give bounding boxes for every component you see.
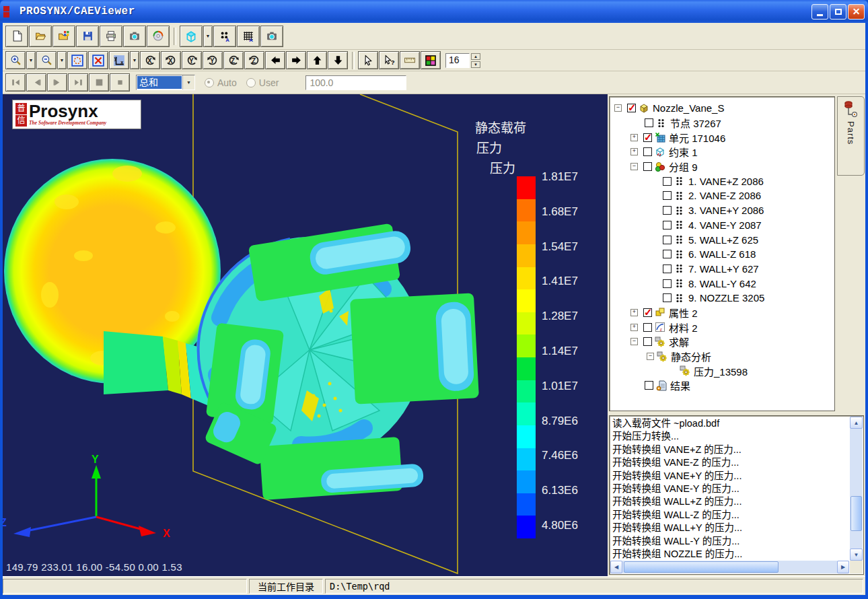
axis-orientation-button[interactable]: yx xyxy=(109,51,129,69)
tree-item-label[interactable]: 材料 2 xyxy=(669,320,698,334)
tree-row-group-child[interactable]: 4. VANE-Y 2087 xyxy=(610,218,834,233)
snapshot-button[interactable] xyxy=(123,26,146,47)
tree-item-label[interactable]: 3. VANE+Y 2086 xyxy=(688,205,764,216)
scroll-down-icon[interactable]: ▼ xyxy=(850,549,863,561)
tree-checkbox[interactable] xyxy=(663,250,672,258)
tree-row-group-child[interactable]: 3. VANE+Y 2086 xyxy=(610,203,834,218)
spin-up-button[interactable]: ▲ xyxy=(471,53,480,60)
tree-row-group-child[interactable]: 7. WALL+Y 627 xyxy=(610,262,834,277)
contour-levels-value[interactable]: 16 xyxy=(445,53,470,68)
rotate-x-neg-button[interactable]: X xyxy=(140,51,160,69)
tree-item-label[interactable]: 1. VANE+Z 2086 xyxy=(688,176,764,187)
zoom-in-dropdown[interactable]: ▼ xyxy=(26,51,36,69)
tree-item-label[interactable]: 8. WALL-Y 642 xyxy=(688,278,756,289)
tree-item-label[interactable]: 属性 2 xyxy=(669,306,698,320)
tree-expander-icon[interactable] xyxy=(630,338,638,345)
tree-row-properties[interactable]: 属性 2 xyxy=(610,306,834,320)
log-horizontal-scrollbar[interactable]: ◀ ▶ xyxy=(610,561,849,573)
tree-checkbox[interactable] xyxy=(643,133,652,142)
tree-checkbox[interactable] xyxy=(663,236,672,244)
tree-row-load-case[interactable]: 压力_13598 xyxy=(610,363,834,378)
anim-last-button[interactable] xyxy=(68,73,88,92)
tree-expander-icon[interactable] xyxy=(630,148,638,155)
tree-row-results[interactable]: 结果 xyxy=(610,378,834,393)
tree-item-label[interactable]: 2. VANE-Z 2086 xyxy=(688,190,761,201)
open-model-button[interactable] xyxy=(52,26,75,47)
tree-item-label[interactable]: 7. WALL+Y 627 xyxy=(688,263,759,275)
tree-item-label[interactable]: 结果 xyxy=(670,378,690,392)
tree-row-solver[interactable]: 求解 xyxy=(610,334,834,349)
tree-item-label[interactable]: 4. VANE-Y 2087 xyxy=(688,219,762,231)
vertical-scroll-thumb[interactable] xyxy=(851,496,862,531)
tree-checkbox[interactable] xyxy=(643,337,652,346)
zoom-out-dropdown[interactable]: ▼ xyxy=(57,51,67,69)
tree-checkbox[interactable] xyxy=(663,293,672,302)
media-export-button[interactable] xyxy=(147,26,170,47)
node-labels-button[interactable]: A xyxy=(213,26,236,47)
tree-checkbox[interactable] xyxy=(663,221,672,230)
fit-view-button[interactable] xyxy=(88,51,108,69)
zoom-in-button[interactable] xyxy=(5,51,26,69)
rotate-z-pos-button[interactable]: Z xyxy=(244,51,264,69)
tree-checkbox[interactable] xyxy=(643,147,652,156)
tree-row-groups[interactable]: 分组 9 xyxy=(610,160,834,174)
horizontal-scroll-thumb[interactable] xyxy=(624,561,779,573)
anim-stop-large-button[interactable] xyxy=(89,73,109,92)
user-radio[interactable] xyxy=(246,78,256,87)
tree-expander-icon[interactable] xyxy=(630,324,638,331)
tree-item-label[interactable]: 单元 171046 xyxy=(669,131,725,145)
rotate-y-neg-button[interactable]: Y xyxy=(182,51,202,69)
message-log[interactable]: 读入载荷文件 ~pload.bdf开始压力转换...开始转换组 VANE+Z 的… xyxy=(609,415,864,575)
pan-up-button[interactable] xyxy=(307,51,327,69)
model-tree[interactable]: Nozzle_Vane_S 节点 37267 单元 171046 约束 1 分组… xyxy=(609,96,835,411)
anim-stop-small-button[interactable] xyxy=(110,73,130,92)
close-button[interactable]: ✕ xyxy=(848,4,865,20)
tree-checkbox[interactable] xyxy=(663,206,672,215)
tree-item-label[interactable]: 压力_13598 xyxy=(694,364,748,378)
tree-checkbox[interactable] xyxy=(663,191,672,200)
anim-prev-button[interactable] xyxy=(26,73,46,92)
tree-checkbox[interactable] xyxy=(643,308,652,317)
pan-right-button[interactable] xyxy=(286,51,306,69)
tree-item-label[interactable]: Nozzle_Vane_S xyxy=(653,102,724,114)
minimize-button[interactable] xyxy=(811,4,828,20)
scale-value-input[interactable]: 100.0 xyxy=(305,75,406,90)
axis-orientation-dropdown[interactable]: ▼ xyxy=(130,51,139,69)
tree-row-group-child[interactable]: 5. WALL+Z 625 xyxy=(610,232,834,247)
spin-down-button[interactable]: ▼ xyxy=(471,61,480,68)
save-button[interactable] xyxy=(76,26,99,47)
parts-tab[interactable]: Parts xyxy=(837,96,865,176)
tree-row-nodes[interactable]: 节点 37267 xyxy=(610,116,834,131)
tree-item-label[interactable]: 静态分析 xyxy=(671,349,711,363)
pan-left-button[interactable] xyxy=(265,51,285,69)
tree-row-constraints[interactable]: 约束 1 xyxy=(610,145,834,160)
tree-item-label[interactable]: 6. WALL-Z 618 xyxy=(688,248,756,260)
tree-row-group-child[interactable]: 1. VANE+Z 2086 xyxy=(610,174,834,188)
tree-expander-icon[interactable] xyxy=(630,309,638,316)
element-labels-button[interactable]: A xyxy=(237,26,260,47)
measure-ruler-button[interactable] xyxy=(400,51,420,69)
tree-item-label[interactable]: 分组 9 xyxy=(669,160,698,174)
tree-row-materials[interactable]: ε 材料 2 xyxy=(610,320,834,334)
scroll-right-icon[interactable]: ▶ xyxy=(837,561,849,573)
print-button[interactable] xyxy=(100,26,122,47)
new-file-button[interactable] xyxy=(5,26,28,47)
screen-capture-button[interactable] xyxy=(260,26,283,47)
tree-expander-icon[interactable] xyxy=(630,163,638,170)
tree-item-label[interactable]: 求解 xyxy=(669,334,689,349)
tree-checkbox[interactable] xyxy=(645,118,653,127)
anim-first-button[interactable] xyxy=(5,73,26,92)
select-pointer-button[interactable] xyxy=(358,51,378,69)
tree-expander-icon[interactable] xyxy=(647,353,654,360)
tree-checkbox[interactable] xyxy=(663,279,672,288)
view-cube-dropdown[interactable]: ▼ xyxy=(203,26,213,47)
tree-expander-icon[interactable] xyxy=(614,104,622,112)
zoom-out-button[interactable] xyxy=(36,51,57,69)
scroll-left-icon[interactable]: ◀ xyxy=(610,561,622,573)
anim-next-button[interactable] xyxy=(47,73,67,92)
tree-checkbox[interactable] xyxy=(663,177,672,186)
tree-row-root[interactable]: Nozzle_Vane_S xyxy=(610,101,834,116)
tree-item-label[interactable]: 节点 37267 xyxy=(670,116,721,130)
rotate-y-pos-button[interactable]: Y xyxy=(203,51,223,69)
auto-radio[interactable] xyxy=(205,78,214,87)
